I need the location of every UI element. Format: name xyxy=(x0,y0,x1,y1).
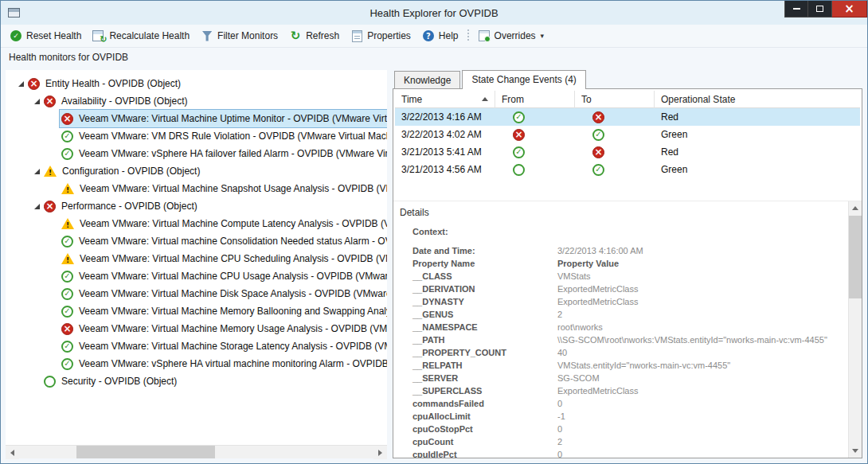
tree-item[interactable]: Security - OVPIDB (Object) xyxy=(6,372,387,390)
scroll-right-button[interactable] xyxy=(373,446,387,459)
event-row[interactable]: 3/21/2013 4:56 AMGreen xyxy=(395,161,860,178)
close-button[interactable]: × xyxy=(832,1,867,18)
status-warning-icon xyxy=(61,253,74,264)
property-value: root\nworks xyxy=(557,321,603,333)
tree-item[interactable]: Veeam VMware: Virtual Machine CPU Schedu… xyxy=(6,250,387,267)
tree-item[interactable]: Veeam VMware: Virtual Machine CPU Usage … xyxy=(6,267,387,285)
status-error-icon xyxy=(44,96,56,107)
tree-item-label: Veeam VMware: Virtual Machine Compute La… xyxy=(78,216,387,231)
column-header-to[interactable]: To xyxy=(575,91,655,108)
horizontal-scrollbar-thumb[interactable] xyxy=(76,446,215,458)
tree-item[interactable]: Veeam VMware: Virtual Machine Memory Bal… xyxy=(6,302,387,320)
expander-icon[interactable] xyxy=(31,204,42,209)
property-row: __CLASSVMStats xyxy=(412,270,847,283)
property-name-header: Property Name xyxy=(412,257,557,270)
tree-item-label: Veeam VMware: vSphere HA virtual machine… xyxy=(77,357,387,371)
tree-item-label: Veeam VMware: Virtual Machine CPU Usage … xyxy=(77,269,387,283)
overrides-button[interactable]: Overrides▾ xyxy=(472,26,550,45)
maximize-button[interactable] xyxy=(808,1,832,18)
property-row: __SERVERSG-SCOM xyxy=(412,372,847,384)
events-body: 3/22/2013 4:16 AMRed3/22/2013 4:02 AMGre… xyxy=(395,108,860,178)
tree-item[interactable]: Configuration - OVPIDB (Object) xyxy=(6,162,387,180)
tree-item-content: Veeam VMware: Virtual Machine Snapshot U… xyxy=(60,180,387,197)
filter-monitors-button[interactable]: Filter Monitors xyxy=(195,26,283,45)
scroll-down-button[interactable] xyxy=(849,444,862,458)
event-from-cell xyxy=(495,111,575,123)
tree-item[interactable]: Veeam VMware: Virtual Machine Disk Space… xyxy=(6,285,387,302)
property-value: -1 xyxy=(557,410,565,423)
property-name: __RELPATH xyxy=(412,359,557,372)
tree-item-label: Security - OVPIDB (Object) xyxy=(60,374,179,388)
property-value: 0 xyxy=(557,448,562,458)
event-row[interactable]: 3/22/2013 4:16 AMRed xyxy=(395,108,860,126)
filter-monitors-icon xyxy=(201,29,213,42)
status-error-icon xyxy=(592,146,604,158)
tree-item[interactable]: Veeam VMware: Virtual Machine Snapshot U… xyxy=(6,180,387,197)
property-columns-row: Property Name Property Value xyxy=(412,257,847,270)
tab-knowledge[interactable]: Knowledge xyxy=(394,71,460,88)
status-warning-icon xyxy=(61,183,74,194)
tree-item[interactable]: Veeam VMware: Virtual Machine Uptime Mon… xyxy=(6,110,387,127)
help-button[interactable]: Help xyxy=(416,26,464,45)
tree-item[interactable]: Entity Health - OVPIDB (Object) xyxy=(6,75,387,92)
status-error-icon xyxy=(61,323,73,335)
column-header-from[interactable]: From xyxy=(495,91,575,108)
event-row[interactable]: 3/22/2013 4:02 AMGreen xyxy=(395,126,860,143)
events-header: Time From To Operational State xyxy=(395,91,860,108)
column-header-time[interactable]: Time xyxy=(395,91,495,108)
vertical-scrollbar-track[interactable] xyxy=(849,215,862,444)
scroll-up-button[interactable] xyxy=(849,201,862,215)
property-row: __NAMESPACEroot\nworks xyxy=(412,321,847,333)
refresh-button[interactable]: Refresh xyxy=(283,26,345,45)
expander-icon[interactable] xyxy=(31,169,42,174)
column-header-time-label: Time xyxy=(401,94,422,105)
subheader-label: Health monitors for OVPIDB xyxy=(1,48,867,67)
expander-icon[interactable] xyxy=(31,99,42,104)
tree-item-label: Veeam VMware: Virtual Machine Disk Space… xyxy=(77,287,387,301)
property-name: commandsFailed xyxy=(412,397,557,410)
horizontal-scrollbar[interactable] xyxy=(6,445,387,458)
properties-button[interactable]: Properties xyxy=(345,26,416,45)
property-value: 40 xyxy=(557,346,567,359)
state-change-events-table: Time From To Operational State 3/22/2013… xyxy=(393,89,862,201)
reset-health-button[interactable]: Reset Health xyxy=(4,26,87,45)
event-operational-state: Red xyxy=(655,146,860,158)
status-ok-icon xyxy=(592,129,604,141)
status-error-icon xyxy=(513,129,525,141)
tree-item[interactable]: Performance - OVPIDB (Object) xyxy=(6,197,387,215)
property-name: __PATH xyxy=(412,333,557,346)
horizontal-scrollbar-track[interactable] xyxy=(19,446,373,458)
tree-item[interactable]: Veeam VMware: vSphere HA failover failed… xyxy=(6,145,387,162)
scroll-left-button[interactable] xyxy=(6,446,19,459)
column-header-operational-state[interactable]: Operational State xyxy=(655,91,860,108)
tree-item[interactable]: Veeam VMware: VM DRS Rule Violation - OV… xyxy=(6,127,387,145)
minimize-button[interactable] xyxy=(784,1,808,18)
event-time: 3/21/2013 4:56 AM xyxy=(395,164,495,175)
property-row: __PROPERTY_COUNT40 xyxy=(412,346,847,359)
status-ok-icon xyxy=(61,288,73,300)
caption-buttons: × xyxy=(784,1,867,18)
vertical-scrollbar-thumb[interactable] xyxy=(849,216,862,298)
tree-item[interactable]: Availability - OVPIDB (Object) xyxy=(6,92,387,110)
expander-icon[interactable] xyxy=(15,81,26,87)
tree-item-content: Veeam VMware: Virtual Machine Memory Bal… xyxy=(60,302,387,320)
property-value: 0 xyxy=(557,423,562,435)
property-value: VMStats.entityId="nworks-main-vc:vm-4455… xyxy=(557,359,730,372)
tree-item[interactable]: Veeam VMware: Virtual machine Consolidat… xyxy=(6,232,387,250)
details-scrollbar[interactable] xyxy=(848,201,862,458)
tab-state-change-events[interactable]: State Change Events (4) xyxy=(462,70,585,89)
event-row[interactable]: 3/21/2013 5:41 AMRed xyxy=(395,143,860,161)
tree-item[interactable]: Veeam VMware: Virtual Machine Storage La… xyxy=(6,337,387,355)
property-name: cpuCount xyxy=(412,435,557,448)
scroll-right-icon xyxy=(378,450,382,456)
recalculate-health-button[interactable]: Recalculate Health xyxy=(87,26,195,45)
property-value: SG-SCOM xyxy=(557,372,600,384)
tree-item-content: Entity Health - OVPIDB (Object) xyxy=(26,75,387,92)
tree-item[interactable]: Veeam VMware: vSphere HA virtual machine… xyxy=(6,355,387,372)
property-value-header: Property Value xyxy=(557,257,619,270)
tree-item[interactable]: Veeam VMware: Virtual Machine Memory Usa… xyxy=(6,320,387,337)
tree-item[interactable]: Veeam VMware: Virtual Machine Compute La… xyxy=(6,215,387,232)
status-none-icon xyxy=(44,376,56,388)
tree-item-content: Veeam VMware: Virtual machine Consolidat… xyxy=(60,232,387,250)
overrides-icon xyxy=(478,29,491,42)
